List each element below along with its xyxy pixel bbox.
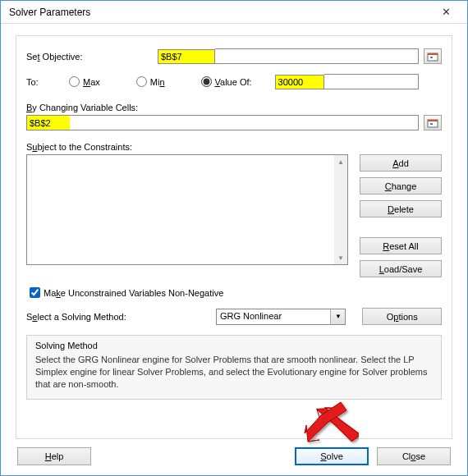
valueof-input-ext[interactable] <box>324 74 419 89</box>
solving-method-info: Solving Method Select the GRG Nonlinear … <box>26 335 442 400</box>
objective-input-ext[interactable] <box>215 48 419 64</box>
reset-all-button[interactable]: Reset All <box>360 237 442 254</box>
close-icon[interactable]: ✕ <box>429 1 462 24</box>
window-title: Solver Parameters <box>9 7 429 18</box>
range-picker-icon[interactable] <box>424 48 442 64</box>
method-selected-text: GRG Nonlinear <box>217 309 331 324</box>
info-title: Solving Method <box>35 341 433 350</box>
to-label: To: <box>26 77 69 87</box>
svg-rect-2 <box>430 57 433 58</box>
delete-button[interactable]: Delete <box>360 200 442 217</box>
add-button[interactable]: Add <box>360 154 442 172</box>
constraints-label: Subject to the Constraints: <box>26 142 442 152</box>
radio-valueof[interactable]: Value Of: <box>201 76 252 87</box>
method-select[interactable]: GRG Nonlinear ▼ <box>216 309 346 325</box>
solve-button[interactable]: Solve <box>295 447 369 465</box>
close-button[interactable]: Close <box>377 447 451 465</box>
solver-dialog: Solver Parameters ✕ Set Objective: To: M… <box>0 0 468 476</box>
change-button[interactable]: Change <box>360 177 442 195</box>
cells-label: By Changing Variable Cells: <box>26 103 442 112</box>
svg-rect-1 <box>428 53 438 55</box>
constraints-list[interactable]: ▲ ▼ <box>26 154 348 265</box>
scroll-up-icon[interactable]: ▲ <box>334 155 347 168</box>
radio-max[interactable]: Max <box>69 76 100 87</box>
cells-input-ext[interactable] <box>70 116 418 130</box>
options-button[interactable]: Options <box>362 308 442 325</box>
cells-input[interactable] <box>27 116 70 130</box>
info-text: Select the GRG Nonlinear engine for Solv… <box>35 354 433 391</box>
titlebar: Solver Parameters ✕ <box>1 1 467 24</box>
scroll-down-icon[interactable]: ▼ <box>334 251 347 264</box>
method-label: Select a Solving Method: <box>26 312 208 322</box>
objective-input[interactable] <box>158 49 215 64</box>
chevron-down-icon: ▼ <box>330 309 345 324</box>
svg-rect-4 <box>428 120 438 121</box>
svg-rect-5 <box>430 123 433 125</box>
load-save-button[interactable]: Load/Save <box>360 260 442 277</box>
unconstrained-checkbox[interactable]: Make Unconstrained Variables Non-Negativ… <box>30 287 442 298</box>
valueof-input[interactable] <box>275 75 324 89</box>
set-objective-label: Set Objective: <box>26 52 158 62</box>
scrollbar[interactable]: ▲ ▼ <box>334 155 347 264</box>
range-picker-icon[interactable] <box>424 115 442 130</box>
radio-min[interactable]: Min <box>136 76 165 87</box>
help-button[interactable]: Help <box>17 447 91 465</box>
